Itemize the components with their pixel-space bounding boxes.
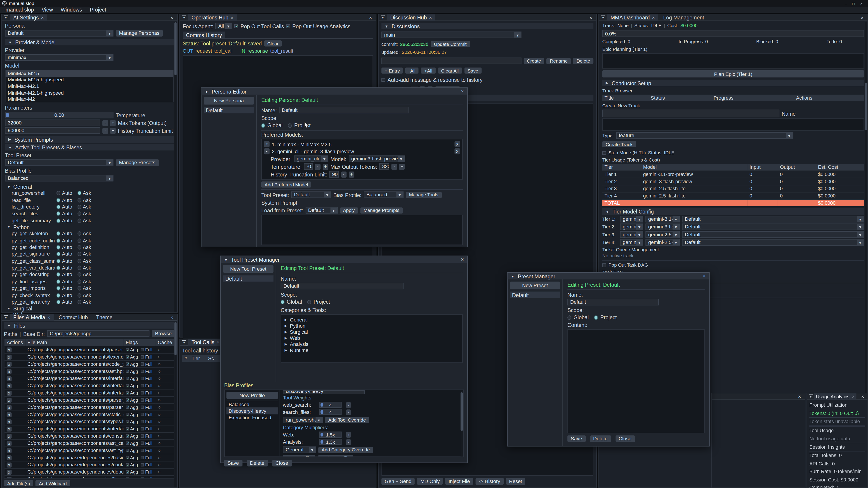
model-listbox[interactable]: MiniMax-M2.5MiniMax-M2.5-highspeedMiniMa… [5, 70, 174, 102]
agg-checkbox[interactable] [126, 355, 129, 359]
remove-file-button[interactable]: x [6, 355, 11, 360]
full-checkbox[interactable] [141, 413, 144, 416]
tier-model-select[interactable]: gemini-3-flash-preview▼ [646, 223, 680, 230]
move-down-button[interactable]: - [264, 148, 270, 154]
auto-radio[interactable] [57, 191, 60, 195]
apply-button[interactable]: Apply [340, 207, 358, 213]
dock-menu-icon[interactable]: ▼ [380, 15, 385, 20]
provider-model-section[interactable]: ▼Provider & Model [5, 39, 174, 45]
new-preset-button[interactable]: New Preset [510, 282, 560, 289]
agg-checkbox[interactable] [126, 470, 129, 474]
autoadd-checkbox[interactable] [381, 78, 385, 82]
add-tool-override-button[interactable]: Add Tool Override [325, 417, 369, 423]
scope-project-radio[interactable] [594, 315, 598, 320]
ask-radio[interactable] [77, 212, 81, 216]
full-checkbox[interactable] [141, 384, 144, 387]
agg-checkbox[interactable] [126, 434, 129, 437]
full-checkbox[interactable] [141, 456, 144, 459]
remove-file-button[interactable]: x [6, 477, 11, 479]
manage-personas-button[interactable]: Manage Personas [116, 30, 163, 36]
decrement-button[interactable]: - [102, 127, 108, 133]
move-up-button[interactable]: + [264, 141, 270, 147]
model-option[interactable]: MiniMax-M2.1-highspeed [5, 90, 173, 96]
category-override-select[interactable]: General▼ [283, 447, 316, 453]
auto-radio[interactable] [57, 198, 60, 202]
collapse-icon[interactable]: ▼ [224, 258, 228, 261]
agg-checkbox[interactable] [126, 442, 129, 445]
tier-model-config-section[interactable]: ▼Tier Model Config [602, 208, 864, 215]
auto-radio[interactable] [57, 266, 60, 270]
panel-close-icon[interactable]: × [168, 15, 176, 20]
dock-menu-icon[interactable]: ▼ [182, 15, 186, 20]
preset-manager-titlebar[interactable]: ▼ Preset Manager × [508, 273, 709, 279]
model-option[interactable]: MiniMax-M2 [5, 96, 173, 102]
bias-profile-select[interactable]: Balanced▼ [5, 175, 114, 182]
track-type-select[interactable]: feature▼ [616, 132, 793, 139]
agg-checkbox[interactable] [126, 391, 129, 394]
full-checkbox[interactable] [141, 470, 144, 474]
save-profile-button[interactable]: Save Profile [283, 455, 315, 456]
maximize-icon[interactable]: □ [852, 1, 855, 5]
remove-file-button[interactable]: x [6, 391, 11, 396]
remove-file-button[interactable]: x [6, 462, 11, 467]
preset-content-textarea[interactable] [567, 329, 705, 433]
agg-checkbox[interactable] [126, 384, 129, 387]
remove-file-button[interactable]: x [6, 348, 11, 352]
agg-checkbox[interactable] [126, 456, 129, 459]
pe-hist-input[interactable]: 900000 [329, 171, 339, 177]
close-icon[interactable]: × [703, 273, 706, 279]
files-section[interactable]: ▼Files [4, 322, 175, 328]
scope-global-radio[interactable] [567, 315, 571, 320]
remove-file-button[interactable]: x [6, 441, 11, 446]
ask-radio[interactable] [77, 231, 81, 236]
full-checkbox[interactable] [141, 434, 144, 437]
ask-radio[interactable] [77, 286, 81, 291]
remove-model-button[interactable]: x [455, 141, 460, 147]
profile-item-execution-focused[interactable]: Execution-Focused [226, 414, 278, 420]
full-checkbox[interactable] [141, 355, 144, 359]
pe-tool-preset-select[interactable]: Default▼ [291, 191, 331, 198]
category-row-surgical[interactable]: ▶Surgical [285, 329, 459, 335]
remove-model-button[interactable]: x [455, 148, 460, 154]
create-discussion-button[interactable]: Create [524, 58, 544, 64]
agg-checkbox[interactable] [126, 449, 129, 452]
tool-preset-select[interactable]: Default▼ [5, 159, 114, 166]
inject-file-button[interactable]: Inject File [445, 478, 473, 485]
full-checkbox[interactable] [141, 449, 144, 452]
category-row-runtime[interactable]: ▶Runtime [285, 347, 459, 353]
persona-editor-titlebar[interactable]: ▼ Persona Editor × [202, 88, 467, 94]
auto-radio[interactable] [57, 245, 60, 250]
pe-temp-input[interactable]: -0.0 [304, 163, 313, 170]
tab-files-media[interactable]: Files & Media× [10, 314, 54, 321]
remove-file-button[interactable]: x [6, 448, 11, 453]
panel-close-icon[interactable]: × [859, 15, 866, 20]
collapse-icon[interactable]: ▼ [205, 90, 209, 93]
panel-close-icon[interactable]: × [168, 315, 176, 320]
agg-checkbox[interactable] [126, 405, 129, 409]
pe-maxout-input[interactable]: 32000 [379, 163, 389, 170]
tab-usage-analytics[interactable]: Usage Analytics× [814, 393, 856, 400]
tier-model-select[interactable]: gemini-3.1-pro-preview▼ [646, 216, 680, 222]
md-only-button[interactable]: MD Only [417, 478, 443, 485]
add-preferred-model-button[interactable]: Add Preferred Model [261, 182, 311, 188]
reset-button[interactable]: Reset [506, 478, 525, 485]
tier-model-select[interactable]: gemini-2.5-flash-lite▼ [646, 239, 680, 246]
increment-button[interactable]: + [323, 164, 328, 170]
tab-tool-calls[interactable]: Tool Calls× [188, 339, 223, 346]
track-description-textarea[interactable] [602, 119, 864, 131]
tab-close-icon[interactable]: × [429, 15, 432, 20]
scope-project-radio[interactable] [288, 123, 292, 128]
add-entry-button[interactable]: + Entry [381, 68, 403, 74]
new-tool-preset-button[interactable]: New Tool Preset [223, 265, 274, 273]
panel-close-icon[interactable]: × [859, 394, 866, 399]
clear-status-button[interactable]: Clear [264, 40, 282, 46]
ask-radio[interactable] [77, 272, 81, 277]
close-tool-preset-button[interactable]: Close [272, 460, 291, 466]
increment-button[interactable]: + [110, 120, 116, 126]
close-icon[interactable]: × [860, 1, 862, 5]
collapse-icon[interactable]: ▼ [511, 274, 515, 278]
dock-menu-icon[interactable]: ▼ [600, 15, 606, 20]
discussions-section[interactable]: ▼Discussions [381, 23, 593, 29]
load-preset-select[interactable]: Default▼ [305, 207, 338, 214]
weight-websearch-slider[interactable]: 4 [319, 402, 342, 408]
